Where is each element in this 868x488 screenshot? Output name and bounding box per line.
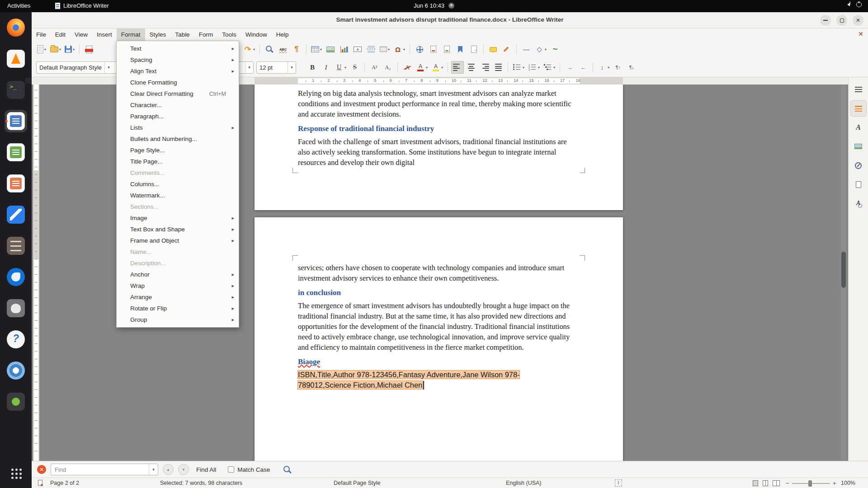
bold-button[interactable]: B [306, 61, 319, 74]
menu-form[interactable]: Form [194, 28, 218, 41]
scrollbar-thumb[interactable] [841, 252, 846, 288]
dock-vlc[interactable] [5, 47, 27, 70]
format-menu-item-frame-and-object[interactable]: Frame and Object▸ [117, 235, 239, 246]
dock-libreoffice-calc[interactable] [5, 141, 27, 164]
save-button[interactable]: ▾ [63, 43, 76, 56]
dock-help[interactable] [5, 328, 27, 351]
sidebar-properties-button[interactable] [851, 101, 866, 116]
document-page-1[interactable]: Relying on big data analysis technology,… [255, 84, 623, 210]
sidebar-gallery-button[interactable] [851, 139, 866, 154]
find-input[interactable] [51, 466, 149, 473]
clear-formatting-button[interactable]: A [401, 61, 414, 74]
decrease-indent-button[interactable]: ← [577, 61, 590, 74]
format-menu-item-image[interactable]: Image▸ [117, 212, 239, 224]
dock-software-center[interactable] [5, 390, 27, 413]
format-menu-item-clear-direct-formatting[interactable]: Clear Direct FormattingCtrl+M [117, 88, 239, 99]
format-menu-item-watermark[interactable]: Watermark... [117, 190, 239, 201]
new-document-button[interactable]: ▾ [35, 43, 48, 56]
format-menu-item-page-style[interactable]: Page Style... [117, 145, 239, 156]
close-find-bar-button[interactable]: ✕ [37, 465, 46, 474]
insert-text-box-button[interactable] [351, 43, 364, 56]
find-and-replace-icon[interactable] [283, 465, 292, 474]
document-page-2[interactable]: services; others have chosen to cooperat… [255, 217, 623, 461]
dock-gimp[interactable] [5, 297, 27, 319]
dropdown-arrow-icon[interactable]: ▾ [426, 66, 428, 70]
dropdown-arrow-icon[interactable]: ▾ [403, 47, 405, 52]
format-menu-item-bullets-and-numbering[interactable]: Bullets and Numbering... [117, 133, 239, 145]
dropdown-arrow-icon[interactable]: ▾ [608, 66, 609, 70]
book-view-button[interactable] [773, 480, 780, 486]
format-menu-item-clone-formatting[interactable]: Clone Formatting [117, 77, 239, 88]
menu-tools[interactable]: Tools [217, 28, 241, 41]
superscript-button[interactable]: A² [368, 61, 381, 74]
sidebar-style-inspector-button[interactable] [851, 196, 866, 211]
clock-menu[interactable]: Jun 6 10:43 [414, 2, 454, 9]
dock-firefox[interactable] [5, 16, 27, 39]
find-all-button[interactable]: Find All [196, 466, 216, 473]
page-indicator[interactable]: Page 2 of 2 [50, 480, 79, 486]
format-menu-item-title-page[interactable]: Title Page... [117, 156, 239, 167]
format-menu-item-text-box-and-shape[interactable]: Text Box and Shape▸ [117, 224, 239, 235]
close-document-icon[interactable]: ✕ [858, 30, 863, 38]
bookmark-button[interactable] [454, 43, 467, 56]
formatting-marks-button[interactable]: ¶ [290, 43, 303, 56]
dropdown-arrow-icon[interactable]: ▾ [44, 47, 46, 52]
para-space-decrease-button[interactable]: ¶↓ [625, 61, 638, 74]
focused-app-menu[interactable]: LibreOffice Writer [55, 2, 109, 9]
close-button[interactable]: ✕ [853, 15, 863, 26]
special-character-button[interactable]: Ω▾ [392, 43, 406, 56]
zoom-percent[interactable]: 100% [841, 480, 855, 486]
find-next-button[interactable]: ▼ [178, 464, 189, 475]
highlight-color-button[interactable]: A▾ [430, 61, 444, 74]
vertical-ruler[interactable] [33, 84, 39, 461]
dock-show-apps[interactable] [5, 462, 27, 484]
menu-window[interactable]: Window [241, 28, 272, 41]
bullet-list-button[interactable]: ▾ [511, 61, 526, 74]
numbered-list-button[interactable]: ▾ [527, 61, 541, 74]
menu-table[interactable]: Table [170, 28, 194, 41]
format-menu-item-columns[interactable]: Columns... [117, 178, 239, 190]
match-case-checkbox[interactable] [228, 466, 234, 473]
hyperlink-button[interactable] [413, 43, 426, 56]
dropdown-arrow-icon[interactable]: ▾ [59, 47, 61, 52]
outline-list-button[interactable]: ▾ [542, 61, 557, 74]
insert-image-button[interactable] [324, 43, 337, 56]
insert-table-button[interactable]: ▾ [310, 43, 323, 56]
language-indicator[interactable]: English (USA) [506, 480, 542, 486]
format-menu-item-paragraph[interactable]: Paragraph... [117, 111, 239, 122]
format-menu-item-group[interactable]: Group▸ [117, 314, 239, 325]
format-menu-item-wrap[interactable]: Wrap▸ [117, 280, 239, 291]
activities-button[interactable]: Activities [7, 2, 30, 9]
subscript-button[interactable]: A₂ [382, 61, 394, 74]
dropdown-arrow-icon[interactable]: ▾ [73, 47, 75, 52]
dock-chromium[interactable] [5, 359, 27, 382]
menu-format[interactable]: Format [117, 28, 145, 41]
dropdown-arrow-icon[interactable]: ▾ [253, 47, 255, 52]
menu-edit[interactable]: Edit [51, 28, 70, 41]
zoom-slider-thumb[interactable] [808, 480, 812, 487]
horizontal-line-button[interactable]: — [520, 43, 533, 56]
system-tray[interactable] [845, 2, 862, 7]
maximize-button[interactable] [836, 15, 847, 26]
strikethrough-button[interactable]: S [349, 61, 361, 74]
sidebar-styles-button[interactable] [851, 120, 866, 135]
comment-button[interactable] [487, 43, 500, 56]
minimize-button[interactable] [820, 15, 831, 26]
dropdown-arrow-icon[interactable]: ▾ [538, 66, 540, 70]
page-break-button[interactable] [365, 43, 377, 56]
para-space-increase-button[interactable]: ¶↑ [612, 61, 624, 74]
insert-chart-button[interactable] [338, 43, 350, 56]
window-titlebar[interactable]: Smart investment advisors disrupt tradit… [32, 12, 868, 28]
font-size-dropdown-icon[interactable]: ▾ [288, 62, 296, 73]
dock-terminal[interactable] [5, 79, 27, 101]
multi-page-view-button[interactable] [763, 480, 768, 486]
sidebar-sidebar-settings-button[interactable] [851, 82, 866, 97]
format-menu-item-spacing[interactable]: Spacing▸ [117, 54, 239, 66]
align-left-button[interactable] [451, 61, 464, 74]
page-style-indicator[interactable]: Default Page Style [334, 480, 381, 486]
menu-file[interactable]: File [32, 28, 51, 41]
track-changes-button[interactable] [500, 43, 513, 56]
selected-text-block[interactable]: ISBN,Title,Author 978-123456,Fantasy Adv… [298, 370, 580, 390]
dropdown-arrow-icon[interactable]: ▾ [441, 66, 443, 70]
dock-thunderbird[interactable] [5, 266, 27, 288]
